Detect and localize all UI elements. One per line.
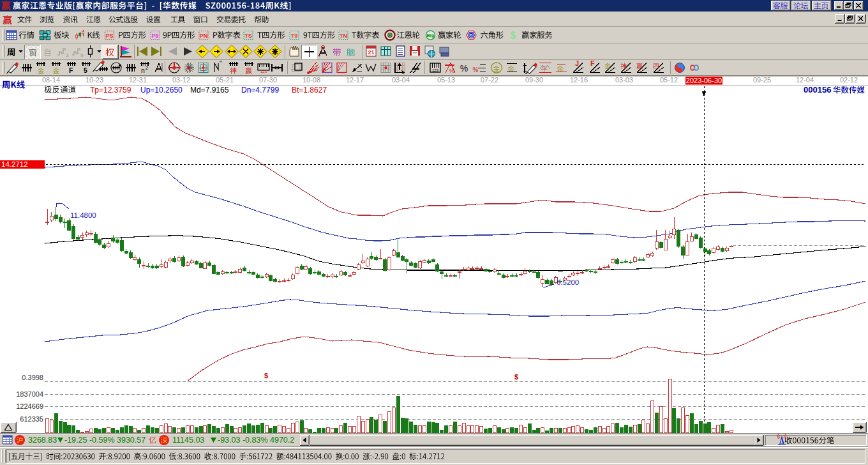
svg-text:12-04: 12-04	[796, 76, 814, 84]
svg-text:05-21: 05-21	[216, 76, 234, 84]
svg-text:6.5200: 6.5200	[557, 278, 579, 286]
svg-text:Big: Big	[426, 33, 435, 38]
svg-text:21: 21	[368, 49, 374, 56]
svg-text:": "	[220, 60, 222, 67]
svg-text:Bt=1.8627: Bt=1.8627	[292, 86, 327, 95]
svg-text:5: 5	[84, 66, 87, 74]
svg-text:11.4800: 11.4800	[70, 211, 96, 219]
svg-text:123: 123	[260, 70, 267, 73]
svg-text:PN: PN	[200, 33, 208, 39]
svg-text:$: $	[514, 373, 518, 381]
svg-text:12-17: 12-17	[346, 76, 364, 84]
svg-text:12-16: 12-16	[570, 76, 588, 84]
svg-text:Tp=12.3759: Tp=12.3759	[90, 86, 131, 95]
svg-text:P9: P9	[151, 33, 158, 39]
svg-text:-93.03 -0.83% 4970.2: -93.03 -0.83% 4970.2	[218, 436, 294, 445]
svg-text:-19.25 -0.59% 3930.57: -19.25 -0.59% 3930.57	[64, 436, 146, 445]
svg-text:T9: T9	[291, 33, 298, 39]
svg-text:09-25: 09-25	[753, 76, 771, 84]
svg-text:05-13: 05-13	[437, 76, 455, 84]
svg-text:F: F	[590, 59, 595, 67]
svg-text:02-12: 02-12	[840, 76, 858, 84]
svg-text:%: %	[449, 68, 454, 74]
svg-text:000156: 000156	[804, 85, 831, 95]
svg-text:1224669: 1224669	[16, 402, 43, 410]
svg-text:J: J	[575, 59, 579, 67]
svg-text:Md=7.9165: Md=7.9165	[190, 86, 229, 95]
svg-text:1837004: 1837004	[16, 390, 43, 398]
svg-text:Dn=4.7799: Dn=4.7799	[241, 86, 279, 95]
svg-text:%: %	[460, 63, 468, 73]
svg-text:08-14: 08-14	[42, 76, 60, 84]
svg-text:03-04: 03-04	[392, 76, 410, 84]
svg-text:Up=10.2650: Up=10.2650	[140, 86, 183, 95]
svg-text:PS: PS	[105, 33, 113, 39]
svg-text:0.3998: 0.3998	[22, 374, 43, 381]
svg-text:05-12: 05-12	[660, 76, 678, 84]
svg-text:F: F	[69, 66, 73, 74]
svg-text:3: 3	[66, 52, 69, 58]
svg-text:12-31: 12-31	[129, 76, 147, 84]
svg-text:09-30: 09-30	[525, 76, 543, 84]
svg-text:10-08: 10-08	[303, 76, 320, 84]
svg-text:11145.03: 11145.03	[172, 436, 204, 445]
svg-text:2: 2	[146, 65, 148, 71]
svg-text:612335: 612335	[20, 415, 43, 423]
svg-text:14.2712: 14.2712	[1, 160, 28, 168]
svg-text:9: 9	[80, 52, 84, 58]
svg-text:%: %	[473, 66, 479, 73]
svg-text:n: n	[141, 66, 145, 74]
svg-text:123: 123	[432, 68, 439, 72]
svg-text:03-03: 03-03	[615, 76, 633, 84]
svg-text:TN: TN	[340, 33, 347, 39]
svg-text:3268.83: 3268.83	[28, 436, 57, 445]
svg-text:2023-06-30: 2023-06-30	[686, 77, 722, 84]
svg-text:10-23: 10-23	[86, 76, 103, 84]
svg-text:$: $	[264, 372, 268, 379]
svg-text:TS: TS	[244, 33, 252, 39]
svg-text:$: $	[511, 30, 516, 41]
svg-text:07-30: 07-30	[259, 76, 277, 84]
svg-text:07-22: 07-22	[481, 76, 498, 84]
svg-text:03-12: 03-12	[172, 76, 190, 84]
